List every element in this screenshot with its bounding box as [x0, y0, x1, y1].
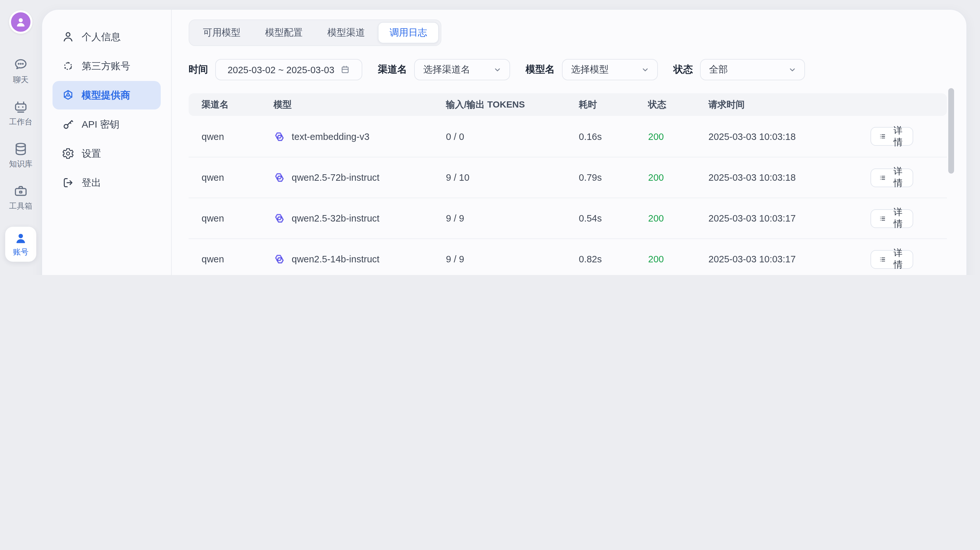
cell-channel: qwen [202, 213, 274, 224]
time-filter: 时间 2025-03-02 ~ 2025-03-03 [189, 59, 362, 80]
cell-channel: qwen [202, 172, 274, 183]
qwen-model-icon [274, 172, 285, 183]
qwen-model-icon [274, 253, 285, 265]
channel-filter: 渠道名 选择渠道名 [378, 59, 510, 80]
rail-item-knowledge[interactable]: 知识库 [9, 141, 32, 170]
cell-action: 详情 [870, 127, 947, 146]
vertical-scrollbar-thumb[interactable] [948, 88, 954, 173]
sidebar-item-profile[interactable]: 个人信息 [52, 23, 161, 51]
sidebar-item-model-provider[interactable]: 模型提供商 [52, 81, 161, 110]
sidebar-item-settings[interactable]: 设置 [52, 139, 161, 168]
table-body: qwen text-embedding-v3 0 / 0 0.16s 200 2… [189, 116, 947, 275]
detail-label: 详情 [891, 248, 905, 271]
channel-filter-label: 渠道名 [378, 64, 407, 76]
qwen-model-icon [274, 213, 285, 224]
briefcase-icon [13, 183, 29, 199]
detail-button[interactable]: 详情 [870, 209, 913, 228]
rail-item-account[interactable]: 账号 [5, 227, 36, 262]
cell-duration: 0.79s [579, 172, 648, 183]
icon-rail: 聊天 工作台 知识库 工具箱 [0, 0, 41, 275]
cell-duration: 0.54s [579, 213, 648, 224]
status-filter: 状态 全部 [673, 59, 805, 80]
cell-tokens: 9 / 9 [446, 213, 579, 224]
sidebar-item-third-party[interactable]: 第三方账号 [52, 52, 161, 80]
cell-model: qwen2.5-14b-instruct [274, 253, 446, 265]
cell-action: 详情 [870, 209, 947, 228]
sidebar-item-logout[interactable]: 登出 [52, 168, 161, 197]
tab-available-models[interactable]: 可用模型 [191, 22, 252, 43]
list-detail-icon [879, 132, 886, 141]
cell-channel: qwen [202, 131, 274, 141]
model-filter-label: 模型名 [526, 64, 555, 76]
cell-time: 2025-03-03 10:03:17 [708, 254, 870, 264]
chevron-down-icon [640, 65, 650, 75]
list-detail-icon [879, 213, 886, 223]
date-range-value: 2025-03-02 ~ 2025-03-03 [228, 64, 334, 75]
detail-label: 详情 [891, 207, 905, 230]
cell-channel: qwen [202, 254, 274, 264]
table-row: qwen qwen2.5-14b-instruct 9 / 9 0.82s 20… [189, 238, 947, 275]
gear-icon [62, 147, 75, 160]
status-select-value: 全部 [709, 64, 728, 76]
tab-model-channels[interactable]: 模型渠道 [316, 22, 377, 43]
channel-select-value: 选择渠道名 [423, 64, 470, 76]
database-icon [13, 141, 29, 157]
robot-workbench-icon [13, 99, 29, 114]
tab-bar: 可用模型 模型配置 模型渠道 调用日志 [189, 19, 441, 46]
qwen-model-icon [274, 130, 285, 142]
sidebar-item-label: 设置 [82, 147, 101, 160]
cell-tokens: 9 / 9 [446, 254, 579, 264]
table-row: qwen text-embedding-v3 0 / 0 0.16s 200 2… [189, 116, 947, 157]
col-header-model: 模型 [274, 99, 446, 110]
channel-select[interactable]: 选择渠道名 [414, 59, 510, 80]
rail-item-label: 工作台 [9, 117, 32, 128]
col-header-tokens: 输入/输出 TOKENS [446, 99, 579, 110]
sidebar-item-label: API 密钥 [82, 118, 119, 130]
model-name: qwen2.5-32b-instruct [292, 213, 380, 224]
cell-time: 2025-03-03 10:03:17 [708, 213, 870, 224]
table-row: qwen qwen2.5-72b-instruct 9 / 10 0.79s 2… [189, 157, 947, 197]
model-select[interactable]: 选择模型 [562, 59, 658, 80]
sidebar-item-api-key[interactable]: API 密钥 [52, 110, 161, 138]
account-person-icon [14, 231, 28, 246]
detail-button[interactable]: 详情 [870, 250, 913, 269]
model-select-value: 选择模型 [571, 64, 609, 76]
chat-icon [13, 57, 29, 73]
user-avatar-icon [14, 15, 28, 29]
tab-model-config[interactable]: 模型配置 [253, 22, 314, 43]
col-header-duration: 耗时 [579, 99, 648, 110]
detail-label: 详情 [891, 166, 905, 189]
rail-item-label: 知识库 [9, 159, 32, 170]
cell-action: 详情 [870, 168, 947, 187]
third-party-network-icon [62, 60, 75, 73]
calendar-icon [340, 65, 350, 75]
date-range-input[interactable]: 2025-03-02 ~ 2025-03-03 [215, 59, 362, 80]
cell-tokens: 0 / 0 [446, 131, 579, 141]
cell-time: 2025-03-03 10:03:18 [708, 172, 870, 183]
content-area: 可用模型 模型配置 模型渠道 调用日志 时间 2025-03-02 ~ 2025… [172, 10, 966, 275]
detail-button[interactable]: 详情 [870, 168, 913, 187]
sidebar-item-label: 登出 [82, 176, 101, 189]
model-name: qwen2.5-72b-instruct [292, 172, 380, 183]
cell-model: qwen2.5-32b-instruct [274, 213, 446, 224]
status-select[interactable]: 全部 [700, 59, 805, 80]
person-icon [62, 30, 75, 43]
col-header-channel: 渠道名 [202, 99, 274, 110]
cell-tokens: 9 / 10 [446, 172, 579, 183]
detail-button[interactable]: 详情 [870, 127, 913, 146]
sidebar-item-label: 个人信息 [82, 31, 121, 43]
main-card: 个人信息 第三方账号 模型提供商 API 密钥 设置 登出 [41, 9, 967, 275]
rail-item-workbench[interactable]: 工作台 [9, 99, 32, 128]
rail-item-toolbox[interactable]: 工具箱 [9, 183, 32, 212]
sidebar-item-label: 第三方账号 [82, 60, 130, 72]
cell-status: 200 [648, 254, 708, 264]
model-name: qwen2.5-14b-instruct [292, 254, 380, 264]
filter-row: 时间 2025-03-02 ~ 2025-03-03 渠道名 选择渠道名 模型名 [189, 59, 966, 80]
logout-icon [62, 176, 75, 189]
col-header-status: 状态 [648, 99, 708, 110]
list-detail-icon [879, 173, 886, 182]
avatar[interactable] [9, 10, 32, 34]
cell-status: 200 [648, 172, 708, 183]
rail-item-chat[interactable]: 聊天 [13, 57, 29, 86]
tab-call-logs[interactable]: 调用日志 [378, 22, 439, 43]
